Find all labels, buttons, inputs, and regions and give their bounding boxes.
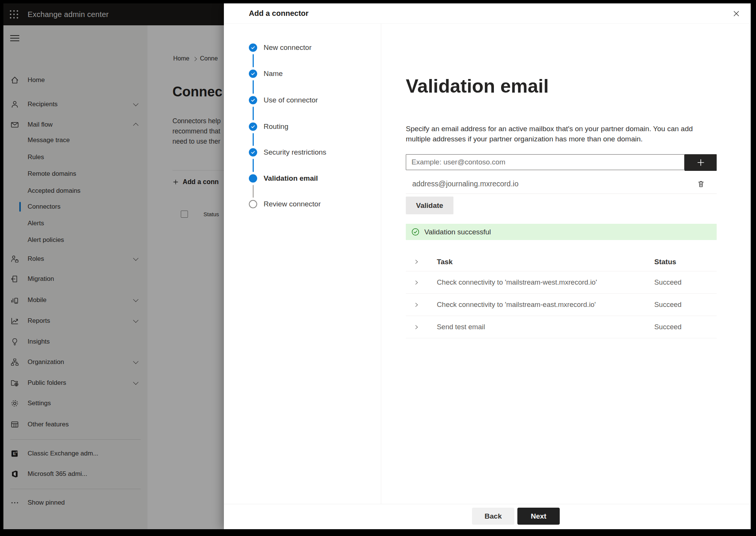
wizard-step-security-restrictions[interactable]: Security restrictions (224, 148, 375, 157)
wizard-step-label: Review connector (264, 200, 321, 208)
wizard-step-validation-email[interactable]: Validation email (224, 174, 375, 183)
trash-icon (697, 180, 705, 188)
wizard-step-label: Routing (264, 122, 289, 131)
wizard-step-label: Security restrictions (264, 148, 326, 156)
step-connector-line (253, 107, 254, 120)
wizard-step-label: Validation email (264, 174, 318, 183)
table-header-row: Task Status (406, 253, 717, 271)
add-connector-flyout: Add a connector New connectorNameUse of … (224, 3, 751, 529)
task-cell: Check connectivity to 'mailstream-east.m… (437, 301, 596, 309)
wizard-step-label: Name (264, 70, 283, 78)
wizard-step-new-connector[interactable]: New connector (224, 43, 375, 52)
flyout-title: Add a connector (249, 3, 309, 23)
wizard-step-label: Use of connector (264, 96, 318, 104)
expand-all-chevron-icon[interactable] (413, 258, 420, 266)
validation-results-table: Task Status Check connectivity to 'mails… (406, 253, 717, 338)
exchange-admin-center-window: Exchange admin center HomeRecipientsMail… (3, 3, 751, 529)
expand-row-chevron-icon[interactable] (413, 279, 420, 286)
step-current-icon (249, 174, 257, 183)
add-address-button[interactable] (685, 154, 717, 171)
banner-text: Validation successful (424, 228, 491, 236)
back-button[interactable]: Back (472, 508, 514, 525)
wizard-step-routing[interactable]: Routing (224, 122, 375, 131)
table-row: Check connectivity to 'mailstream-east.m… (406, 294, 717, 316)
step-connector-line (253, 133, 254, 146)
wizard-step-use-of-connector[interactable]: Use of connector (224, 96, 375, 105)
task-cell: Send test email (437, 323, 485, 331)
task-column-header: Task (437, 258, 453, 266)
close-icon (732, 9, 740, 18)
added-address-row: address@journaling.mxrecord.io (406, 174, 717, 194)
flyout-footer: Back Next (224, 504, 751, 529)
expand-row-chevron-icon[interactable] (413, 323, 420, 331)
table-row: Send test emailSucceed (406, 316, 717, 338)
success-check-icon (411, 228, 419, 236)
table-row: Check connectivity to 'mailstream-west.m… (406, 271, 717, 294)
step-connector-line (253, 80, 254, 94)
step-title: Validation email (406, 75, 549, 97)
task-cell: Check connectivity to 'mailstream-west.m… (437, 278, 597, 287)
validation-success-banner: Validation successful (406, 224, 717, 240)
wizard-divider (381, 23, 381, 504)
step-completed-check-icon (249, 148, 257, 156)
step-connector-line (253, 159, 254, 172)
wizard-step-name[interactable]: Name (224, 69, 375, 78)
status-cell: Succeed (654, 323, 681, 331)
email-address-input[interactable] (406, 154, 685, 170)
flyout-header: Add a connector (224, 3, 751, 24)
step-upcoming-icon (249, 200, 257, 208)
expand-row-chevron-icon[interactable] (413, 301, 420, 308)
close-button[interactable] (730, 8, 742, 20)
next-button[interactable]: Next (517, 508, 560, 525)
status-cell: Succeed (654, 301, 681, 309)
step-connector-line (253, 54, 254, 67)
step-completed-check-icon (249, 70, 257, 78)
step-completed-check-icon (249, 96, 257, 104)
wizard-step-review-connector[interactable]: Review connector (224, 200, 375, 209)
validate-button[interactable]: Validate (406, 197, 453, 214)
status-cell: Succeed (654, 278, 681, 287)
step-completed-check-icon (249, 122, 257, 131)
added-address-value: address@journaling.mxrecord.io (412, 180, 518, 188)
delete-address-button[interactable] (695, 178, 706, 189)
plus-icon (696, 158, 706, 167)
step-connector-line (253, 185, 254, 198)
step-completed-check-icon (249, 43, 257, 52)
wizard-step-label: New connector (264, 43, 312, 52)
screenshot-frame: Exchange admin center HomeRecipientsMail… (0, 0, 756, 536)
step-description: Specify an email address for an active m… (406, 124, 708, 144)
status-column-header: Status (654, 258, 676, 266)
